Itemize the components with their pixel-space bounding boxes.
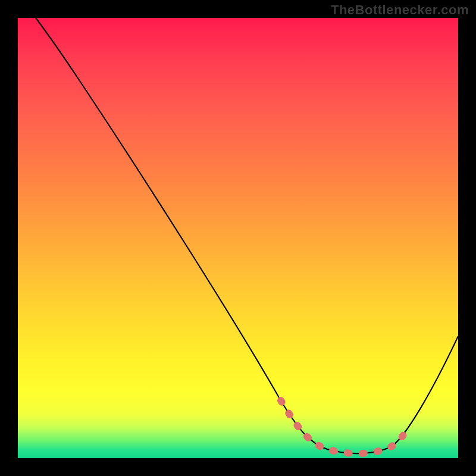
flat-highlight	[281, 400, 406, 453]
plot-area	[18, 18, 458, 458]
chart-stage: TheBottlenecker.com	[0, 0, 476, 476]
curve-svg	[18, 18, 458, 458]
bottleneck-curve	[36, 18, 458, 453]
watermark-text: TheBottlenecker.com	[331, 2, 469, 18]
